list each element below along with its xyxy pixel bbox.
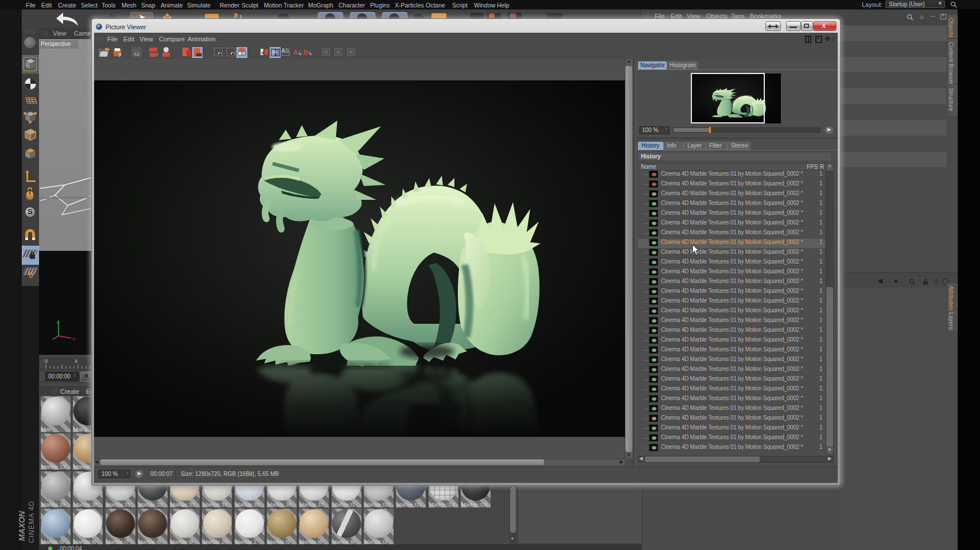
svg-text:X: X bbox=[72, 336, 76, 342]
svg-text:Y: Y bbox=[56, 320, 60, 326]
